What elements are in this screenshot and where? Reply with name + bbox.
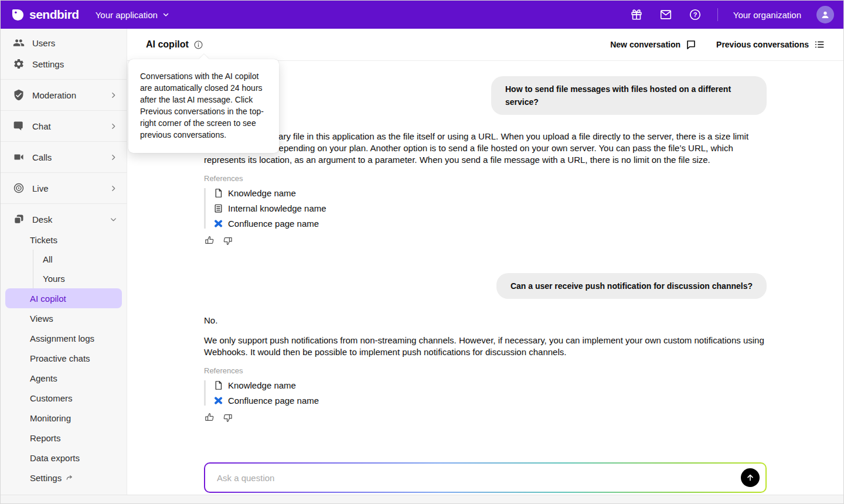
reference-label: Confluence page name (228, 396, 319, 406)
sidebar-item-label: Yours (43, 274, 65, 284)
thumbs-up-button[interactable] (204, 412, 215, 423)
sidebar-item-data-exports[interactable]: Data exports (1, 448, 127, 468)
sidebar-item-proactive-chats[interactable]: Proactive chats (1, 348, 127, 368)
chevron-right-icon (110, 154, 117, 161)
video-camera-icon (12, 151, 25, 164)
assistant-message: You can send a binary file in this appli… (204, 131, 767, 166)
gear-icon (12, 57, 25, 70)
sidebar-item-tickets-all[interactable]: All (33, 250, 127, 269)
user-avatar[interactable] (816, 6, 834, 23)
sidebar-item-desk-settings[interactable]: Settings (1, 468, 127, 488)
thumbs-down-button[interactable] (222, 412, 233, 423)
references-section: References Knowledge name (204, 366, 767, 423)
reference-label: Internal knowledge name (228, 203, 326, 213)
assistant-text-line: You can send a binary file in this appli… (204, 131, 767, 142)
sidebar: Users Settings Moderation (1, 29, 127, 495)
sidebar-item-live[interactable]: Live (1, 178, 127, 199)
user-message-bubble: Can a user receive push notification for… (496, 273, 767, 299)
assistant-text-line: represents its location, as an argument … (204, 154, 767, 166)
sidebar-item-label: Calls (32, 152, 52, 162)
top-navigation-bar: sendbird Your application ? Your organiz… (1, 1, 843, 29)
sidebar-item-ai-copilot[interactable]: AI copilot (5, 288, 122, 308)
reference-item[interactable]: Internal knowledge name (213, 203, 767, 213)
reference-label: Knowledge name (228, 380, 296, 390)
sidebar-item-label: Data exports (30, 453, 80, 463)
application-switcher-label: Your application (96, 10, 158, 20)
references-label: References (204, 174, 767, 183)
reference-item[interactable]: Knowledge name (213, 188, 767, 198)
sidebar-item-settings[interactable]: Settings (1, 53, 127, 74)
sidebar-item-label: Agents (30, 373, 57, 383)
sidebar-item-moderation[interactable]: Moderation (1, 84, 127, 105)
sendbird-logo[interactable]: sendbird (11, 8, 79, 22)
reference-label: Knowledge name (228, 188, 296, 198)
sidebar-item-label: Reports (30, 433, 61, 443)
sendbird-logo-icon (11, 8, 25, 22)
send-button[interactable] (741, 468, 760, 487)
composer (204, 462, 767, 493)
application-switcher[interactable]: Your application (96, 10, 169, 20)
external-link-icon (66, 474, 73, 482)
sidebar-item-calls[interactable]: Calls (1, 147, 127, 168)
thumbs-down-button[interactable] (222, 235, 233, 246)
whats-new-gift-button[interactable] (629, 8, 644, 22)
sidebar-item-label: Live (32, 183, 49, 193)
chevron-right-icon (110, 122, 117, 130)
mail-icon (659, 8, 672, 21)
sidebar-item-label: Chat (32, 121, 51, 131)
app-window: sendbird Your application ? Your organiz… (0, 0, 844, 504)
assistant-text-paragraph: No. (204, 315, 767, 326)
svg-text:?: ? (693, 11, 697, 18)
sidebar-item-users[interactable]: Users (1, 32, 127, 53)
chevron-down-icon (110, 216, 117, 223)
new-conversation-button[interactable]: New conversation (610, 39, 696, 50)
live-broadcast-icon (12, 182, 25, 195)
assistant-text-paragraph: We only support push notifications from … (204, 335, 767, 358)
reference-item[interactable]: Knowledge name (213, 380, 767, 390)
sidebar-item-reports[interactable]: Reports (1, 428, 127, 448)
sidebar-item-desk[interactable]: Desk (1, 209, 127, 230)
sidebar-item-agents[interactable]: Agents (1, 368, 127, 388)
sidebar-item-chat[interactable]: Chat (1, 115, 127, 137)
sidebar-item-assignment-logs[interactable]: Assignment logs (1, 328, 127, 348)
sidebar-item-label: Customers (30, 393, 73, 403)
sidebar-item-views[interactable]: Views (1, 308, 127, 328)
references-label: References (204, 366, 767, 375)
sidebar-item-label: Views (30, 314, 53, 323)
messages-button[interactable] (659, 8, 673, 22)
document-icon (213, 380, 223, 390)
sidebar-item-monitoring[interactable]: Monitoring (1, 408, 127, 428)
reference-item[interactable]: Confluence page name (213, 219, 767, 229)
sidebar-item-tickets-yours[interactable]: Yours (33, 269, 127, 288)
sidebar-item-label: Proactive chats (30, 353, 90, 363)
reference-item[interactable]: Confluence page name (213, 396, 767, 406)
info-icon[interactable] (193, 40, 203, 50)
sidebar-item-customers[interactable]: Customers (1, 388, 127, 408)
shield-icon (12, 88, 25, 101)
person-icon (820, 9, 831, 20)
sidebar-item-tickets[interactable]: Tickets (1, 230, 127, 250)
confluence-icon (213, 396, 223, 406)
document-icon (213, 188, 223, 198)
new-conversation-bubble-icon (686, 39, 696, 50)
feedback-buttons (204, 235, 767, 246)
previous-conversations-button[interactable]: Previous conversations (716, 39, 825, 50)
ask-question-input[interactable] (217, 473, 741, 483)
sidebar-item-label: Users (32, 38, 55, 48)
assistant-text-line: of 25 MB to 5 GB depending on your plan.… (204, 142, 767, 154)
chevron-right-icon (110, 185, 117, 192)
chevron-right-icon (110, 91, 117, 99)
arrow-up-icon (746, 473, 755, 482)
user-message-bubble: How to send file messages with files hos… (491, 76, 767, 115)
list-icon (814, 39, 825, 50)
organization-menu[interactable]: Your organization (733, 10, 801, 20)
sidebar-item-label: Tickets (30, 235, 57, 245)
thumbs-up-button[interactable] (204, 235, 215, 246)
help-button[interactable]: ? (688, 8, 702, 22)
ai-copilot-info-tooltip: Conversations with the AI copilot are au… (128, 59, 279, 153)
references-section: References Knowledge name (204, 174, 767, 246)
sidebar-item-label: Desk (32, 214, 52, 224)
sidebar-item-label: Settings (32, 59, 64, 69)
internal-document-icon (213, 203, 223, 213)
confluence-icon (213, 219, 223, 229)
